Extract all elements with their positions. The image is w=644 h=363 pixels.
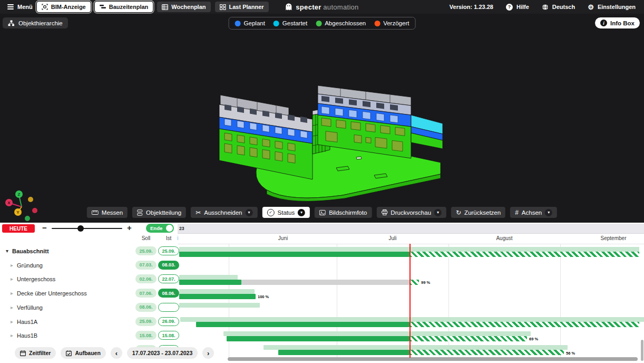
menu-button[interactable]: Menü	[7, 3, 33, 11]
next-week-button[interactable]: ›	[202, 347, 214, 359]
ist-bar-segment[interactable]	[179, 280, 241, 285]
soll-date-pill[interactable]: 15.08.	[135, 331, 157, 340]
gantt-row[interactable]: ▾Bauabschnitt25.09.25.09.	[0, 244, 644, 259]
soll-bar[interactable]	[223, 331, 531, 336]
status-button[interactable]: ✓ Status ▾	[262, 207, 310, 218]
axis-neg-y-dot[interactable]	[28, 197, 33, 202]
gantt-row[interactable]: ▸Gründung07.03.08.03.	[0, 259, 644, 273]
settings-button[interactable]: ⚙ Einstellungen	[588, 4, 636, 11]
status-dropdown[interactable]: ▾	[298, 209, 305, 216]
task-name[interactable]: Haus1B	[17, 332, 37, 339]
help-button[interactable]: ? Hilfe	[506, 4, 529, 11]
ist-bar-segment[interactable]	[179, 252, 409, 257]
soll-date-pill[interactable]: 25.09.	[135, 317, 157, 326]
ist-bar-segment[interactable]	[409, 252, 639, 257]
soll-bar[interactable]	[179, 275, 238, 280]
logo-text-light: automation	[323, 3, 358, 11]
ist-date-pill[interactable]: 26.09.	[158, 317, 179, 326]
expand-arrow-icon[interactable]: ▸	[11, 262, 13, 268]
gantt-row[interactable]: ▸Verfüllung08.06.	[0, 301, 644, 315]
ist-bar-segment[interactable]	[196, 322, 409, 327]
gantt-row[interactable]: ▸Untergeschoss02.06.22.07.99 %	[0, 272, 644, 286]
druckvorschau-button[interactable]: Druckvorschau ▾	[376, 207, 446, 218]
ist-bar-segment[interactable]	[409, 280, 419, 285]
help-icon: ?	[506, 4, 513, 11]
ausschneiden-button[interactable]: ✂ Ausschneiden ▾	[191, 207, 257, 218]
legend-dot	[316, 21, 321, 26]
ist-date-pill[interactable]	[158, 303, 179, 312]
soll-date-pill[interactable]: 25.09.	[135, 246, 157, 255]
achsen-button[interactable]: # Achsen ▾	[510, 207, 557, 218]
expand-arrow-icon[interactable]: ▸	[11, 290, 13, 296]
language-button[interactable]: Deutsch	[542, 4, 575, 11]
objektteilung-button[interactable]: Objektteilung	[132, 207, 186, 218]
soll-bar[interactable]	[264, 345, 568, 350]
expand-arrow-icon[interactable]: ▸	[11, 304, 13, 310]
ende-toggle[interactable]: Ende	[146, 224, 174, 233]
globe-icon	[542, 4, 549, 11]
soll-bar[interactable]	[180, 317, 644, 322]
zoom-slider-thumb[interactable]	[77, 225, 84, 232]
object-hierarchy-button[interactable]: Objekthierarchie	[3, 17, 68, 28]
building-model[interactable]	[204, 64, 452, 206]
tab-bim-anzeige[interactable]: BIM-Anzeige	[37, 2, 91, 12]
gantt-row[interactable]: ▸Decke über Untergeschoss07.06.08.06.100…	[0, 286, 644, 301]
info-box-button[interactable]: i Info Box	[595, 17, 640, 28]
zuruecksetzen-button[interactable]: ↻ Zurücksetzen	[451, 207, 505, 218]
soll-bar[interactable]	[179, 289, 255, 294]
zoom-in-button[interactable]: +	[127, 223, 132, 232]
tab-bauzeitenplan[interactable]: Bauzeitenplan	[95, 2, 153, 12]
today-button[interactable]: HEUTE	[2, 224, 35, 233]
svg-text:X: X	[7, 200, 11, 205]
zoom-slider-track[interactable]	[52, 228, 122, 229]
ist-bar-segment[interactable]	[227, 336, 409, 341]
ist-bar-segment[interactable]	[409, 350, 564, 355]
expand-arrow-icon[interactable]: ▸	[11, 319, 13, 324]
ist-bar-segment[interactable]	[409, 322, 639, 327]
zoom-out-button[interactable]: −	[42, 223, 47, 232]
task-name[interactable]: Bauabschnitt	[12, 248, 49, 254]
vertical-scrollbar[interactable]	[641, 340, 643, 361]
aufbauen-button[interactable]: Aufbauen	[61, 347, 105, 359]
legend-dot	[374, 21, 380, 26]
ist-date-pill[interactable]: 08.06.	[158, 289, 179, 298]
bildschirmfoto-button[interactable]: Bildschirmfoto	[315, 207, 372, 218]
axis-neg-z-dot[interactable]	[25, 216, 30, 221]
collapse-arrow-icon[interactable]: ▾	[6, 248, 8, 254]
task-name[interactable]: Haus1A	[17, 319, 37, 325]
ist-bar-segment[interactable]	[278, 350, 409, 355]
axis-neg-x-dot[interactable]	[32, 208, 37, 213]
3d-viewport[interactable]: Objekthierarchie GeplantGestartetAbgesch…	[0, 14, 644, 223]
ist-bar-segment[interactable]	[241, 280, 409, 285]
soll-date-pill[interactable]: 08.06.	[135, 303, 157, 312]
ausschneiden-dropdown[interactable]: ▾	[246, 209, 253, 216]
tab-wochenplan[interactable]: Wochenplan	[157, 2, 210, 12]
expand-arrow-icon[interactable]: ▸	[11, 276, 13, 282]
task-name[interactable]: Decke über Untergeschoss	[17, 290, 87, 297]
prev-week-button[interactable]: ‹	[111, 347, 122, 359]
gantt-row[interactable]: ▸Haus1A25.09.26.09.	[0, 315, 644, 329]
achsen-dropdown[interactable]: ▾	[545, 209, 552, 216]
soll-date-pill[interactable]: 02.06.	[135, 274, 157, 283]
gantt-row[interactable]: ▸Haus1B15.08.15.08.69 %	[0, 329, 644, 343]
druckvorschau-dropdown[interactable]: ▾	[434, 209, 442, 216]
zeitfilter-button[interactable]: Zeitfilter	[15, 347, 56, 359]
ist-bar-segment[interactable]	[179, 294, 256, 299]
soll-date-pill[interactable]: 07.03.	[135, 261, 157, 270]
tab-last-planner[interactable]: Last Planner	[215, 2, 269, 12]
ist-date-pill[interactable]: 25.09.	[158, 246, 179, 255]
ist-bar-segment[interactable]	[409, 336, 527, 341]
expand-arrow-icon[interactable]: ▸	[11, 332, 13, 338]
soll-bar[interactable]	[179, 303, 260, 308]
messen-button[interactable]: Messen	[87, 207, 128, 218]
axis-gizmo[interactable]: Z X Y	[3, 187, 41, 223]
ist-date-pill[interactable]: 08.03.	[158, 261, 179, 270]
date-range-button[interactable]: 17.07.2023 - 23.07.2023	[127, 347, 198, 359]
horizontal-scrollbar[interactable]	[228, 357, 638, 361]
task-name[interactable]: Untergeschoss	[17, 276, 55, 282]
task-name[interactable]: Verfüllung	[17, 304, 43, 311]
soll-date-pill[interactable]: 07.06.	[135, 289, 157, 298]
task-name[interactable]: Gründung	[17, 262, 43, 269]
ist-date-pill[interactable]: 22.07.	[158, 274, 179, 283]
ist-date-pill[interactable]: 15.08.	[158, 331, 179, 340]
